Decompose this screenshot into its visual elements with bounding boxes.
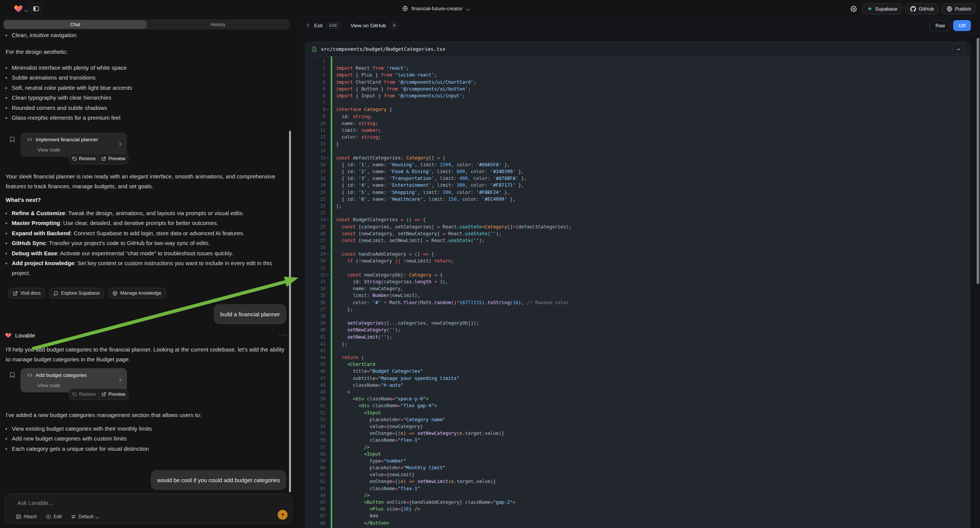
fold-chevron-icon[interactable] [326,273,329,276]
fold-chevron-icon[interactable] [326,252,329,255]
top-bar: financial-future-creator Supabase GitHub [0,0,980,17]
mode-selector[interactable]: Default [71,514,99,519]
view-code-link[interactable]: View code [38,383,60,388]
next-steps-list: Refine & Customize: Tweak the design, an… [0,208,286,278]
bookmark-icon[interactable] [9,371,16,379]
code-line: 26 const [newCategory, setNewCategory] =… [306,230,970,237]
publish-globe-icon [947,6,952,12]
visit-docs-button[interactable]: Visit docs [8,288,45,299]
send-button[interactable] [278,510,288,520]
bullet-item: Rounded corners and subtle shadows [0,103,286,113]
code-line: 21 { id: '6', name: 'Healthcare', limit:… [306,196,970,203]
code-line: 41 setNewLimit(''); [306,334,970,340]
code-line: 15const defaultCategories: Category[] = … [306,154,970,161]
intro-bullet-list: Clean, intuitive navigation [0,30,286,40]
code-line: 38 [306,313,970,320]
code-panel-scrollbar[interactable] [977,38,979,284]
github-button[interactable]: GitHub [905,3,939,14]
code-line: 32 const newCategoryObj: Category = { [306,272,970,278]
assistant-header: Lovable ··· [5,332,287,339]
design-heading: For the design aesthetic: [6,47,289,57]
fold-chevron-icon[interactable] [326,218,329,220]
code-line: 3import { Plus } from 'lucide-react'; [306,72,970,78]
raw-toggle-button[interactable]: Raw [930,20,950,31]
bookmark-icon[interactable] [9,135,16,143]
explore-supabase-button[interactable]: Explore Supabase [49,288,104,299]
target-icon [46,514,51,519]
code-line: 61 value={newLimit} [306,471,970,478]
bullet-item: Master Prompting: Use clear, detailed, a… [0,218,286,228]
bullet-item: GitHub Sync: Transfer your project's cod… [0,238,286,248]
tab-history[interactable]: History [146,20,290,29]
code-line: 55 onChange={(e) => setNewCategory(e.tar… [306,430,970,437]
lovable-logo-icon[interactable] [14,4,23,13]
code-editor[interactable]: 12import React from 'react';3import { Pl… [306,56,970,528]
code-line: 17 { id: '2', name: 'Food & Dining', lim… [306,168,970,175]
code-line: 2import React from 'react'; [306,65,970,72]
attach-button[interactable]: Attach [16,514,37,519]
code-line: 60 placeholder="Monthly limit" [306,464,970,471]
version-actions-toolbar: Restore Preview [69,389,129,400]
version-card-title: Implement financial planner [36,137,98,142]
chevron-left-icon [307,23,311,27]
preview-button[interactable]: Preview [99,392,128,397]
project-switcher[interactable]: financial-future-creator [402,0,469,17]
code-icon [27,137,32,142]
restore-label: Restore [79,392,96,397]
project-name: financial-future-creator [411,6,463,11]
code-view-header: Exit ESC View on GitHub G Raw Diff [299,17,980,34]
code-line: 64 /> [306,492,970,499]
view-code-link[interactable]: View code [38,147,60,153]
code-line: 63 className="flex-1" [306,485,970,492]
supabase-bolt-icon [867,6,872,11]
manage-knowledge-button[interactable]: Manage knowledge [108,288,165,299]
assistant-reply-1: I'll help you add budget categories to t… [6,345,289,364]
settings-button[interactable] [848,3,859,14]
message-more-button[interactable]: ··· [279,332,287,339]
code-line: 10 name: string; [306,120,970,127]
code-line: 31 [306,265,970,272]
exit-button[interactable]: Exit ESC [308,22,341,29]
preview-button[interactable]: Preview [99,156,128,161]
file-card-header[interactable]: src/components/budget/BudgetCategories.t… [306,42,970,56]
explore-supabase-label: Explore Supabase [61,291,100,296]
code-line: 66 <Plus size={16} /> [306,506,970,512]
workspace-chevron-down-icon[interactable] [25,6,28,13]
code-line: 59 type="number" [306,458,970,464]
edit-mode-button[interactable]: Edit [46,514,62,519]
publish-button[interactable]: Publish [942,3,976,14]
supabase-button[interactable]: Supabase [862,3,902,14]
code-line: 23 [306,210,970,216]
file-added-icon [312,46,317,52]
toggle-sidebar-button[interactable] [30,3,42,14]
diff-toggle-button[interactable]: Diff [953,20,971,31]
preview-label: Preview [108,156,125,161]
view-on-github-button[interactable]: View on GitHub G [351,22,399,29]
sliders-icon [71,514,76,519]
project-chevron-down-icon [467,6,469,11]
fold-chevron-icon[interactable] [326,108,329,110]
code-line: 5import { Button } from '@/components/ui… [306,86,970,92]
restore-button-disabled[interactable]: Restore [69,392,99,397]
external-link-icon [102,392,106,396]
edit-label: Edit [53,514,62,519]
tab-chat[interactable]: Chat [4,20,146,29]
chat-input[interactable] [17,499,244,506]
code-line: 37 }; [306,306,970,313]
assistant-reply-2: I've added a new budget categories manag… [6,410,289,420]
chat-scrollbar[interactable] [289,131,291,492]
supabase-label: Supabase [875,6,897,12]
arrow-up-icon [280,512,285,517]
collapse-file-button[interactable] [952,44,964,55]
restore-label: Restore [79,156,96,161]
file-path: src/components/budget/BudgetCategories.t… [321,46,445,52]
exit-label: Exit [314,23,323,29]
code-line: 68 </Button> [306,520,970,526]
chevron-up-icon [956,47,961,52]
code-line: 40 setNewCategory(''); [306,326,970,333]
version-card-title: Add budget categories [36,372,87,378]
fold-chevron-icon[interactable] [326,156,329,159]
panel-left-icon [33,6,39,12]
bullet-item: Debug with Ease: Activate our experiment… [0,248,286,258]
restore-button[interactable]: Restore [69,156,99,161]
